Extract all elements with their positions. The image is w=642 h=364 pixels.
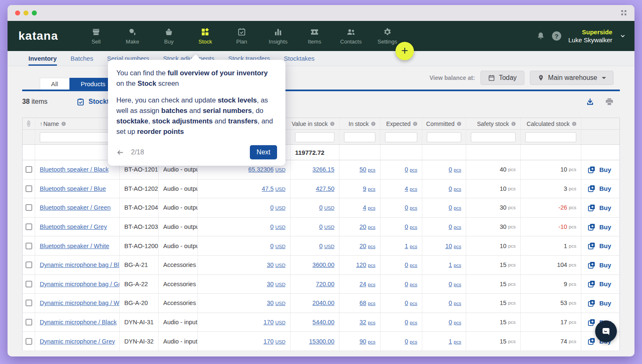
segment-all[interactable]: All [40,78,69,90]
col-header-committed[interactable]: Committedi [422,118,466,129]
expected-link[interactable]: 0pcs [405,204,417,211]
nav-item-insights[interactable]: Insights [260,21,296,51]
row-checkbox[interactable] [26,223,32,230]
value-in-stock-link[interactable]: 5440.00 [313,319,334,326]
buy-button[interactable]: Buy [586,261,611,269]
tab-batches[interactable]: Batches [71,51,93,66]
info-icon[interactable]: i [371,122,375,126]
value-in-stock-link[interactable]: 0USD [319,223,334,230]
buy-button[interactable]: Buy [586,166,611,174]
info-icon[interactable]: i [330,122,334,126]
chevron-down-icon[interactable] [619,33,626,39]
committed-link[interactable]: 0pcs [449,223,461,230]
nav-item-plan[interactable]: Plan [223,21,260,51]
in-stock-link[interactable]: 120pcs [356,261,375,268]
filter-expected[interactable] [385,132,417,142]
average-cost-link[interactable]: 0USD [270,243,285,249]
committed-link[interactable]: 1pcs [449,261,461,268]
balance-date-button[interactable]: Today [480,71,524,85]
average-cost-link[interactable]: 30USD [267,261,285,268]
filter-calculated[interactable] [525,132,576,142]
nav-item-stock[interactable]: Stock [187,21,223,51]
in-stock-link[interactable]: 4pcs [363,204,375,211]
row-checkbox[interactable] [26,204,32,211]
filter-value[interactable] [295,132,334,142]
close-button[interactable] [15,10,20,15]
average-cost-link[interactable]: 170USD [264,319,285,326]
filter-committed[interactable] [427,132,461,142]
col-header-safety[interactable]: Safety stocki [466,118,521,129]
committed-link[interactable]: 1pcs [449,338,461,345]
download-icon[interactable] [586,97,594,106]
info-icon[interactable]: i [572,122,576,126]
expected-link[interactable]: 0pcs [405,300,417,306]
product-link[interactable]: Dynamic microphone bag / Grey [40,281,120,287]
expected-link[interactable]: 0pcs [405,319,417,326]
in-stock-link[interactable]: 50pcs [360,166,375,173]
committed-link[interactable]: 0pcs [449,281,461,287]
buy-button[interactable]: Buy [586,299,611,307]
expected-link[interactable]: 1pcs [405,243,417,249]
buy-button[interactable]: Buy [586,242,611,250]
average-cost-link[interactable]: 65.32306USD [248,166,285,173]
back-arrow-icon[interactable] [116,149,124,156]
row-checkbox[interactable] [26,281,32,287]
nav-item-contacts[interactable]: Contacts [333,21,369,51]
value-in-stock-link[interactable]: 0USD [319,243,334,249]
nav-item-sell[interactable]: Sell [78,21,114,51]
in-stock-link[interactable]: 24pcs [360,281,375,287]
row-checkbox[interactable] [26,166,32,173]
info-icon[interactable]: i [457,122,461,126]
tab-inventory[interactable]: Inventory [28,51,57,66]
committed-link[interactable]: 0pcs [449,204,461,211]
average-cost-link[interactable]: 47.5USD [262,185,285,192]
info-icon[interactable]: i [413,122,417,126]
col-header-calculated[interactable]: Calculated stocki [521,118,581,129]
help-icon[interactable]: ? [552,31,561,41]
filter-safety[interactable] [471,132,516,142]
filter-in_stock[interactable] [344,132,375,142]
col-header-value[interactable]: Value in stocki [290,118,339,129]
next-button[interactable]: Next [250,145,277,159]
value-in-stock-link[interactable]: 3600.00 [313,261,334,268]
average-cost-link[interactable]: 30USD [267,300,285,306]
expected-link[interactable]: 0pcs [405,166,417,173]
in-stock-link[interactable]: 68pcs [360,300,375,306]
notifications-bell-icon[interactable] [537,32,545,40]
nav-item-buy[interactable]: Buy [151,21,187,51]
value-in-stock-link[interactable]: 2040.00 [313,300,334,306]
product-link[interactable]: Dynamic microphone bag / Black [40,261,120,268]
warehouse-selector[interactable]: Main warehouse [530,71,614,85]
committed-link[interactable]: 0pcs [449,300,461,306]
expected-link[interactable]: 0pcs [405,261,417,268]
row-checkbox[interactable] [26,243,32,249]
value-in-stock-link[interactable]: 3266.15 [313,166,334,173]
info-icon[interactable]: i [62,122,66,126]
row-checkbox[interactable] [26,185,32,192]
expand-icon[interactable] [620,9,628,17]
product-link[interactable]: Bluetooth speaker / Grey [40,223,107,230]
in-stock-link[interactable]: 9pcs [363,185,375,192]
minimize-button[interactable] [23,10,28,15]
product-link[interactable]: Dynamic microphone bag / White [40,300,120,306]
row-checkbox[interactable] [26,300,32,306]
zoom-button[interactable] [32,10,37,15]
product-link[interactable]: Dynamic microphone / Grey [40,338,115,345]
product-link[interactable]: Bluetooth speaker / White [40,243,109,249]
print-icon[interactable] [605,97,614,106]
committed-link[interactable]: 0pcs [449,185,461,192]
value-in-stock-link[interactable]: 427.50 [316,185,334,192]
col-header-in_stock[interactable]: In stocki [339,118,380,129]
average-cost-link[interactable]: 170USD [264,338,285,345]
expected-link[interactable]: 0pcs [405,281,417,287]
row-checkbox[interactable] [26,261,32,268]
buy-button[interactable]: Buy [586,185,611,192]
average-cost-link[interactable]: 0USD [270,223,285,230]
product-link[interactable]: Bluetooth speaker / Green [40,204,110,211]
in-stock-link[interactable]: 90pcs [360,338,375,345]
account-menu[interactable]: Superside Luke Skywalker [568,28,612,44]
tab-stocktakes[interactable]: Stocktakes [284,51,314,66]
buy-button[interactable]: Buy [586,280,611,288]
info-icon[interactable]: i [511,122,516,126]
product-link[interactable]: Dynamic microphone / Black [40,319,117,326]
